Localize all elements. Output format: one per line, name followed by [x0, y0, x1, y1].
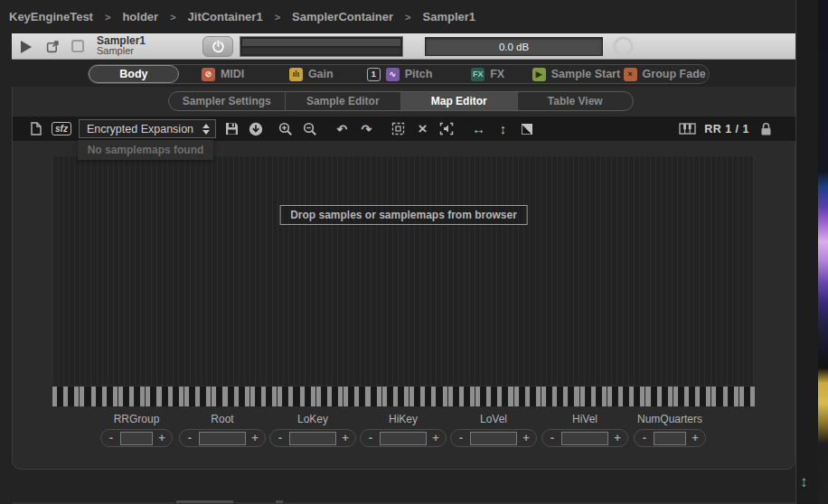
tab-sample-start[interactable]: ▶Sample Start: [532, 65, 621, 83]
sampler-panel: Sampler SettingsSample EditorMap EditorT…: [12, 87, 795, 470]
tab-map-editor[interactable]: Map Editor: [400, 92, 517, 110]
samplemap-selector-value: Encrypted Expansion: [80, 123, 193, 135]
hivel-label: HiVel: [572, 413, 597, 425]
lokey-label: LoKey: [297, 413, 328, 425]
play-icon[interactable]: [21, 41, 32, 53]
lokey-value[interactable]: [289, 432, 336, 445]
popout-icon[interactable]: [46, 40, 60, 57]
lock-button[interactable]: [757, 119, 775, 139]
hivel-decrement-button[interactable]: -: [546, 431, 559, 445]
breadcrumb-separator: >: [105, 12, 110, 23]
rrgroup-increment-button[interactable]: +: [155, 431, 168, 445]
lokey-decrement-button[interactable]: -: [274, 431, 287, 445]
tab-group-fade[interactable]: ×Group Fade: [620, 65, 709, 83]
breadcrumb-separator: >: [405, 12, 410, 23]
tab-table-view[interactable]: Table View: [517, 92, 634, 110]
tab-label: MIDI: [221, 68, 244, 80]
piano-key[interactable]: [749, 387, 755, 406]
tab-gain[interactable]: ılıGain: [267, 65, 355, 83]
save-samplemap-button[interactable]: [223, 119, 240, 139]
zoom-out-icon: [303, 122, 317, 136]
breadcrumb-item-sampler1[interactable]: Sampler1: [423, 10, 476, 23]
pitch-lfo-icon[interactable]: ∿: [386, 68, 400, 81]
root-value[interactable]: [199, 432, 246, 445]
breadcrumb-separator: >: [275, 12, 280, 23]
hikey-label: HiKey: [389, 413, 418, 425]
toggle-display-button[interactable]: [519, 119, 536, 139]
redo-button[interactable]: ↷: [358, 119, 375, 139]
bypass-icon[interactable]: ⊘: [202, 68, 215, 81]
numquarters-value[interactable]: [654, 432, 686, 445]
root-decrement-button[interactable]: -: [183, 431, 196, 445]
numquarters-stepper: -+: [634, 429, 706, 447]
hikey-increment-button[interactable]: +: [429, 431, 442, 445]
sample-start-icon[interactable]: ▶: [532, 68, 546, 81]
breadcrumb-item-keyenginetest[interactable]: KeyEngineTest: [9, 10, 93, 23]
collapse-checkbox[interactable]: [71, 40, 84, 52]
no-samplemaps-item[interactable]: No samplemaps found: [88, 144, 204, 156]
trim-samples-button[interactable]: [438, 119, 456, 139]
numquarters-label: NumQuarters: [637, 413, 702, 425]
numquarters-decrement-button[interactable]: -: [638, 431, 651, 445]
deselect-button[interactable]: ×: [414, 119, 431, 139]
numquarters-increment-button[interactable]: +: [689, 431, 701, 445]
import-sfz-button[interactable]: sfz: [52, 119, 71, 139]
root-increment-button[interactable]: +: [249, 431, 261, 445]
semitone-icon[interactable]: 1: [367, 68, 381, 81]
tab-label: Body: [119, 68, 147, 80]
fx-chain-icon[interactable]: FX: [471, 68, 485, 81]
module-subtitle: Sampler: [97, 46, 146, 56]
tab-body[interactable]: Body: [89, 65, 179, 83]
rrgroup-decrement-button[interactable]: -: [105, 431, 118, 445]
lovel-decrement-button[interactable]: -: [455, 431, 467, 445]
gain-modulation-icon[interactable]: ılı: [289, 68, 303, 81]
tab-sampler-settings[interactable]: Sampler Settings: [169, 92, 285, 110]
samplemap-selector[interactable]: Encrypted Expansion: [79, 119, 216, 138]
save-icon: [225, 122, 239, 135]
group-fade-icon[interactable]: ×: [624, 68, 637, 81]
tab-pitch[interactable]: 1∿Pitch: [355, 65, 444, 83]
root-note-display-button[interactable]: [679, 119, 696, 139]
convert-monolith-button[interactable]: [248, 119, 265, 139]
balance-knob[interactable]: [612, 35, 635, 61]
samplemap-dropdown-list[interactable]: No samplemaps found: [78, 140, 213, 160]
scrollbar-fragment: [176, 500, 233, 503]
fill-note-gaps-button[interactable]: ↔: [470, 119, 487, 139]
hikey-decrement-button[interactable]: -: [364, 431, 377, 445]
tab-fx[interactable]: FXFX: [444, 65, 532, 83]
scrollbar-fragment: [276, 500, 283, 503]
lokey-increment-button[interactable]: +: [339, 431, 352, 445]
tab-sample-editor[interactable]: Sample Editor: [285, 92, 401, 110]
resize-handle-icon[interactable]: ↕: [800, 473, 808, 491]
rrgroup-value[interactable]: [120, 432, 153, 445]
hivel-increment-button[interactable]: +: [611, 431, 624, 445]
new-document-icon: [31, 122, 42, 135]
select-all-button[interactable]: [390, 119, 407, 139]
undo-button[interactable]: ↶: [334, 119, 351, 139]
keyboard: [52, 387, 754, 406]
piano-icon: [679, 123, 696, 135]
zoom-out-button[interactable]: [302, 119, 319, 139]
tab-midi[interactable]: ⊘MIDI: [179, 65, 268, 83]
rrgroup-label: RRGroup: [114, 413, 160, 425]
breadcrumb-item-jitcontainer1[interactable]: JitContainer1: [188, 10, 263, 23]
breadcrumb-item-holder[interactable]: holder: [122, 10, 158, 23]
zoom-in-button[interactable]: [278, 119, 295, 139]
lovel-increment-button[interactable]: +: [520, 431, 532, 445]
control-rrgroup: RRGroup-+: [100, 413, 173, 447]
control-lovel: LoVel-+: [450, 413, 537, 447]
hivel-value[interactable]: [561, 432, 608, 445]
bypass-button[interactable]: [202, 36, 233, 57]
hikey-value[interactable]: [380, 432, 427, 445]
fill-velocity-gaps-button[interactable]: ↕: [494, 119, 512, 139]
volume-slider[interactable]: 0.0 dB: [425, 37, 603, 56]
dropdown-chevrons-icon: [202, 124, 210, 135]
lock-icon: [760, 122, 772, 136]
breadcrumb-item-samplercontainer[interactable]: SamplerContainer: [292, 10, 393, 23]
new-samplemap-button[interactable]: [27, 119, 44, 139]
control-lokey: LoKey-+: [269, 413, 356, 447]
diagonal-split-icon: [521, 123, 533, 135]
sample-map-area[interactable]: [52, 155, 754, 387]
drop-hint: Drop samples or samplemaps from browser: [279, 205, 528, 225]
lovel-value[interactable]: [470, 432, 517, 445]
